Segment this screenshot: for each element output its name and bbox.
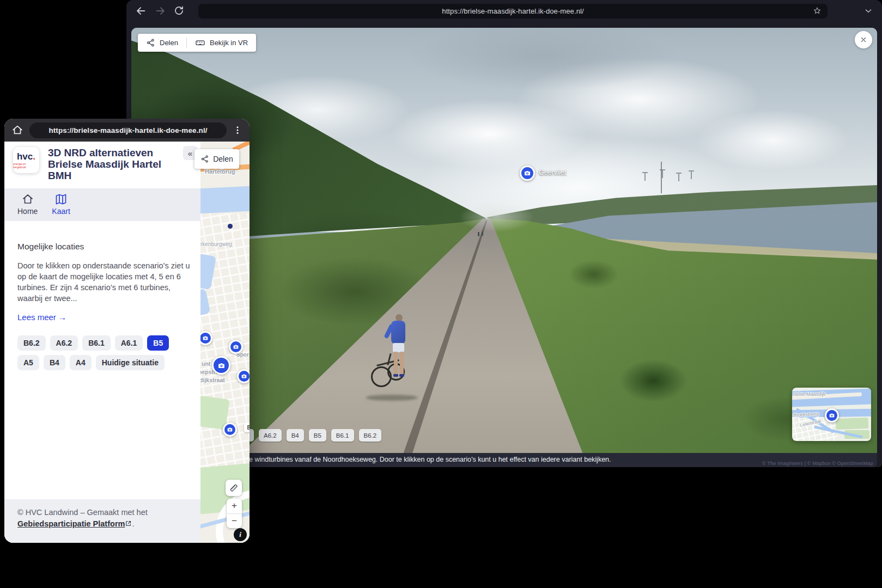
camera-icon xyxy=(524,169,531,177)
camera-icon xyxy=(241,373,247,379)
horizon-haze xyxy=(459,202,534,232)
cyclist-figure xyxy=(370,314,420,403)
wind-turbine xyxy=(662,170,663,178)
measure-tool-button[interactable] xyxy=(226,480,242,496)
external-link-icon xyxy=(125,520,132,527)
tab-home-label: Home xyxy=(17,207,38,216)
pano-scenario-button[interactable]: B6.2 xyxy=(359,429,382,442)
minimap-camera-marker[interactable] xyxy=(825,408,839,422)
zoom-in-button[interactable]: + xyxy=(227,499,242,513)
zoom-control: + − xyxy=(227,499,242,528)
scenario-button[interactable]: A6.2 xyxy=(50,335,78,351)
scenario-button[interactable]: B6.2 xyxy=(17,335,46,351)
canal-water xyxy=(200,186,250,214)
view-in-vr-button[interactable]: Bekijk in VR xyxy=(187,34,256,52)
forward-icon[interactable] xyxy=(154,5,166,17)
camera-marker[interactable] xyxy=(229,340,243,354)
mobile-body: hvc. energie en hergebruik 3D NRD altern… xyxy=(4,142,250,543)
camera-marker[interactable] xyxy=(212,356,230,375)
scenario-button[interactable]: A4 xyxy=(70,355,92,370)
map-share-button[interactable]: Delen xyxy=(194,149,239,169)
cyclist-shoe xyxy=(399,374,404,377)
tab-kaart-label: Kaart xyxy=(52,207,70,216)
hvc-logo-text: hvc. xyxy=(17,152,35,161)
refresh-icon[interactable] xyxy=(173,5,185,17)
side-panel: hvc. energie en hergebruik 3D NRD altern… xyxy=(4,142,200,543)
url-text: https://brielse-maasdijk-hartel.ik-doe-m… xyxy=(442,7,583,15)
hvc-logo-tagline: energie en hergebruik xyxy=(13,162,39,169)
camera-marker[interactable] xyxy=(237,369,250,383)
info-button[interactable]: i xyxy=(234,528,247,541)
kebab-menu-icon[interactable] xyxy=(233,125,242,136)
mobile-address-bar[interactable]: https://brielse-maasdijk-hartel.ik-doe-m… xyxy=(29,122,227,138)
map-attribution: © The Imagineers | © Mapbox © OpenStreet… xyxy=(762,461,873,466)
vr-headset-icon xyxy=(195,38,205,48)
pano-scenario-button[interactable]: B4 xyxy=(287,429,304,442)
scenario-button-group: B6.2 A6.2 B6.1 A6.1 B5 A5 B4 A4 Huidige … xyxy=(17,335,193,370)
wind-turbine xyxy=(678,173,679,181)
wind-turbine xyxy=(644,173,646,181)
map-share-label: Delen xyxy=(213,155,233,163)
home-icon[interactable] xyxy=(11,124,23,136)
mini-map[interactable]: rielse Maasdijk dhoekseweg Leliestraat xyxy=(792,388,871,441)
panel-header: hvc. energie en hergebruik 3D NRD altern… xyxy=(4,142,200,188)
viewer-button-group: Delen Bekijk in VR xyxy=(138,34,256,52)
hvc-logo: hvc. energie en hergebruik xyxy=(13,147,39,173)
desktop-toolbar: https://brielse-maasdijk-hartel.ik-doe-m… xyxy=(126,0,882,22)
close-icon[interactable] xyxy=(855,31,872,48)
minimap-label: rielse Maasdijk xyxy=(793,391,826,397)
scenario-button[interactable]: B5 xyxy=(147,335,169,351)
cyclist-leg xyxy=(400,352,404,375)
cyclist-shadow xyxy=(366,395,418,401)
section-description: Door te klikken op onderstaande scenario… xyxy=(17,260,193,304)
footer-text: © HVC Landwind – Gemaakt met het xyxy=(17,508,148,517)
panel-nav: Home Kaart xyxy=(4,188,200,221)
bicycle-handlebar xyxy=(387,353,391,365)
share-button-label: Delen xyxy=(160,39,178,47)
footer-suffix: . xyxy=(132,519,134,528)
camera-icon xyxy=(829,412,835,419)
bookmark-star-icon[interactable] xyxy=(812,6,822,16)
section-heading: Mogelijke locaties xyxy=(17,242,192,252)
geervliet-camera-marker[interactable] xyxy=(520,166,535,181)
share-button[interactable]: Delen xyxy=(138,34,186,52)
cyclist-shoe xyxy=(393,374,398,377)
flag-mast xyxy=(661,162,662,193)
camera-icon xyxy=(217,362,226,370)
mobile-browser-window: https://brielse-maasdijk-hartel.ik-doe-m… xyxy=(4,119,250,543)
panel-footer: © HVC Landwind – Gemaakt met het Gebieds… xyxy=(4,499,200,543)
zoom-out-button[interactable]: − xyxy=(227,514,242,529)
tab-home[interactable]: Home xyxy=(17,193,38,221)
pano-scenario-button[interactable]: B5 xyxy=(309,429,326,442)
map-pill-marker[interactable]: B xyxy=(244,422,250,432)
scenario-button[interactable]: Huidige situatie xyxy=(96,355,165,370)
chevron-down-icon[interactable] xyxy=(863,6,873,16)
camera-icon xyxy=(233,344,239,350)
vr-button-label: Bekijk in VR xyxy=(210,39,248,47)
scenario-button[interactable]: B4 xyxy=(44,355,65,370)
map-icon xyxy=(54,193,68,206)
share-icon xyxy=(146,38,155,47)
footer-platform-link[interactable]: Gebiedsparticipatie Platform xyxy=(17,519,125,528)
mobile-toolbar: https://brielse-maasdijk-hartel.ik-doe-m… xyxy=(4,119,250,142)
address-bar[interactable]: https://brielse-maasdijk-hartel.ik-doe-m… xyxy=(198,4,828,19)
geervliet-marker-label: Geervliet xyxy=(539,169,566,176)
map-label: rdijkstraat xyxy=(200,377,225,383)
ruler-icon xyxy=(228,482,239,493)
map-label: rkenburgweg xyxy=(200,241,232,247)
pano-scenario-button[interactable]: A6.2 xyxy=(259,429,282,442)
camera-marker[interactable] xyxy=(223,422,237,437)
map-label: unt xyxy=(202,360,210,367)
read-more-link[interactable]: Lees meer → xyxy=(17,313,66,322)
pano-scenario-button[interactable]: B6.1 xyxy=(331,429,354,442)
map-strip[interactable]: Hartelbrug rkenburgweg unt nepstraat rdi… xyxy=(200,142,250,543)
panel-content: Mogelijke locaties Door te klikken op on… xyxy=(4,221,200,499)
scenario-button[interactable]: A5 xyxy=(17,355,39,370)
caption-text: e windturbines vanaf de Noordhoekseweg. … xyxy=(249,453,611,467)
scenario-button[interactable]: A6.1 xyxy=(115,335,143,351)
back-icon[interactable] xyxy=(135,5,147,17)
cyclist-jacket xyxy=(391,321,405,344)
tab-kaart[interactable]: Kaart xyxy=(52,193,70,221)
minimap-park xyxy=(836,418,869,430)
scenario-button[interactable]: B6.1 xyxy=(82,335,111,351)
